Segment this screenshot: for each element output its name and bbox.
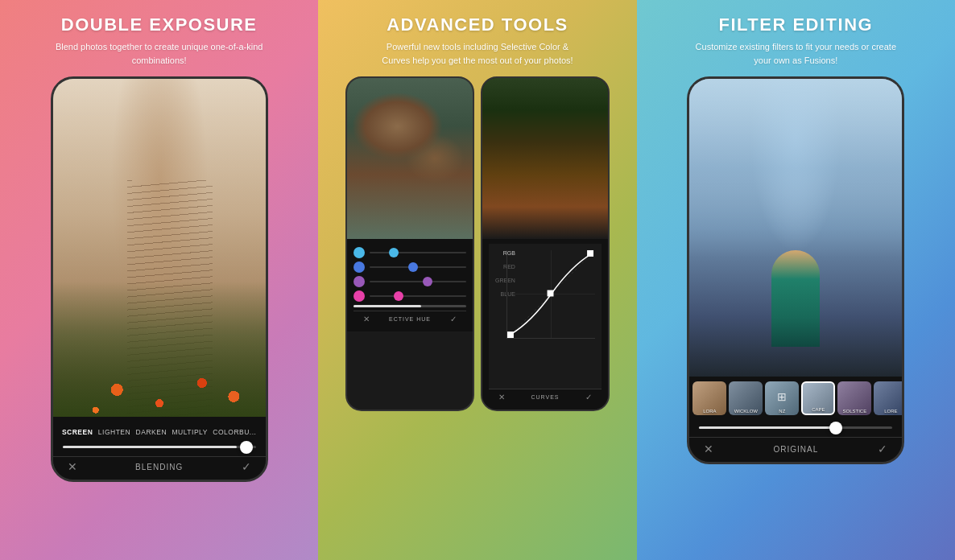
svg-rect-3 (548, 290, 554, 297)
phone-mockup-1: SCREEN LIGHTEN DARKEN MULTIPLY COLORBU..… (51, 76, 268, 482)
pink-thumb[interactable] (394, 291, 403, 301)
original-bottom-bar: ✕ ORIGINAL ✓ (689, 437, 902, 462)
blending-slider-row (53, 439, 266, 456)
panel-3-subtitle: Customize existing filters to fit your n… (691, 40, 900, 67)
autumn-photo (482, 78, 608, 239)
original-label: ORIGINAL (717, 445, 874, 454)
filter-solstice[interactable]: SOLSTICE (837, 381, 871, 415)
filter-editing-screen (689, 79, 902, 377)
curves-graph[interactable] (506, 250, 595, 339)
color-slider-pink (353, 290, 466, 302)
panel-double-exposure: DOUBLE EXPOSURE Blend photos together to… (0, 0, 318, 560)
close-icon[interactable]: ✕ (64, 460, 81, 473)
curves-close-icon[interactable]: ✕ (494, 393, 510, 401)
selective-hue-phone: ✕ ECTIVE HUE ✓ (345, 76, 474, 411)
blending-slider-fill (63, 446, 237, 448)
pink-dot (353, 290, 365, 302)
curves-check-icon[interactable]: ✓ (581, 393, 597, 401)
svg-rect-4 (587, 250, 593, 257)
pink-track[interactable] (370, 295, 466, 297)
color-slider-cyan (353, 247, 466, 258)
purple-track[interactable] (370, 281, 466, 282)
blending-label: BLENDING (81, 463, 238, 471)
check-icon[interactable]: ✓ (238, 460, 254, 473)
filter-solstice-label: SOLSTICE (837, 409, 871, 414)
blend-lighten[interactable]: LIGHTEN (98, 428, 130, 436)
rocky-photo (347, 78, 473, 239)
panel-filter-editing: FILTER EDITING Customize existing filter… (637, 0, 955, 560)
filter-wicklow[interactable]: WICKLOW (729, 381, 763, 415)
hue-label: ECTIVE HUE (374, 316, 445, 322)
filter-lora[interactable]: LORA (692, 381, 726, 415)
purple-dot (353, 276, 365, 287)
filter-check-icon[interactable]: ✓ (874, 443, 891, 455)
selective-hue-bottom: ✕ ECTIVE HUE ✓ (347, 239, 473, 331)
curves-display: RGB RED GREEN BLUE (489, 244, 602, 389)
blend-screen[interactable]: SCREEN (62, 428, 93, 436)
filter-lora-label: LORA (692, 409, 726, 414)
blending-bottom-bar: ✕ BLENDING ✓ (53, 456, 266, 476)
blue-dot (353, 261, 365, 273)
blend-colorbu[interactable]: COLORBU... (213, 428, 256, 436)
curves-bottom: RGB RED GREEN BLUE (482, 239, 608, 410)
svg-rect-5 (507, 331, 514, 338)
blending-slider-thumb[interactable] (240, 441, 253, 454)
panel-1-subtitle: Blend photos together to create unique o… (55, 40, 264, 67)
blending-slider-track[interactable] (63, 446, 256, 448)
panel-1-title: DOUBLE EXPOSURE (61, 14, 258, 35)
cyan-thumb[interactable] (389, 248, 399, 257)
flowers-overlay (53, 282, 266, 417)
phone-bottom-1: SCREEN LIGHTEN DARKEN MULTIPLY COLORBU..… (53, 417, 266, 480)
hue-bottom-bar: ✕ ECTIVE HUE ✓ (353, 311, 466, 327)
panel-3-title: FILTER EDITING (718, 14, 873, 35)
purple-thumb[interactable] (423, 277, 432, 286)
filter-close-icon[interactable]: ✕ (701, 443, 717, 455)
cyan-dot (353, 247, 365, 258)
curves-phone: RGB RED GREEN BLUE (481, 76, 610, 411)
two-phone-screens: ✕ ECTIVE HUE ✓ RGB RED GREEN BLUE (341, 76, 614, 411)
double-exposure-screen (53, 79, 266, 417)
color-slider-purple (353, 276, 466, 287)
hue-main-slider[interactable] (353, 305, 466, 307)
cyan-track[interactable] (370, 252, 466, 253)
woman-teal-figure (771, 250, 820, 347)
blue-track[interactable] (370, 266, 466, 268)
filter-wicklow-label: WICKLOW (729, 409, 763, 414)
phone-mockup-3: LORA WICKLOW ⊞ NZ CAPE SOLSTICE (687, 76, 904, 464)
original-slider-track[interactable] (699, 426, 892, 429)
panel-advanced-tools: ADVANCED TOOLS Powerful new tools includ… (318, 0, 636, 560)
hue-close-icon[interactable]: ✕ (358, 315, 374, 323)
panel-2-subtitle: Powerful new tools including Selective C… (373, 40, 582, 67)
blend-modes-bar: SCREEN LIGHTEN DARKEN MULTIPLY COLORBU..… (53, 423, 266, 439)
filter-cape-label: CAPE (803, 407, 833, 412)
color-slider-blue (353, 261, 466, 273)
blend-multiply[interactable]: MULTIPLY (172, 428, 208, 436)
filter-nz-icon: ⊞ (777, 390, 787, 403)
curves-label: CURVES (510, 394, 581, 400)
filter-lore-label: LORE (874, 409, 902, 414)
double-exposure-image (53, 79, 266, 417)
curves-bottom-bar: ✕ CURVES ✓ (489, 389, 602, 405)
filter-nz-label: NZ (765, 409, 799, 414)
panel-2-title: ADVANCED TOOLS (387, 14, 568, 35)
blue-thumb[interactable] (408, 262, 418, 272)
original-slider-row (689, 420, 902, 437)
filter-lore[interactable]: LORE (874, 381, 902, 415)
filter-strip: LORA WICKLOW ⊞ NZ CAPE SOLSTICE (689, 377, 902, 420)
original-slider-thumb[interactable] (829, 422, 842, 434)
phone-bottom-3: LORA WICKLOW ⊞ NZ CAPE SOLSTICE (689, 377, 902, 462)
blend-darken[interactable]: DARKEN (136, 428, 167, 436)
filter-cape[interactable]: CAPE (801, 381, 835, 415)
curves-svg (507, 250, 595, 338)
filter-nz[interactable]: ⊞ NZ (765, 381, 799, 415)
hue-check-icon[interactable]: ✓ (445, 315, 461, 323)
